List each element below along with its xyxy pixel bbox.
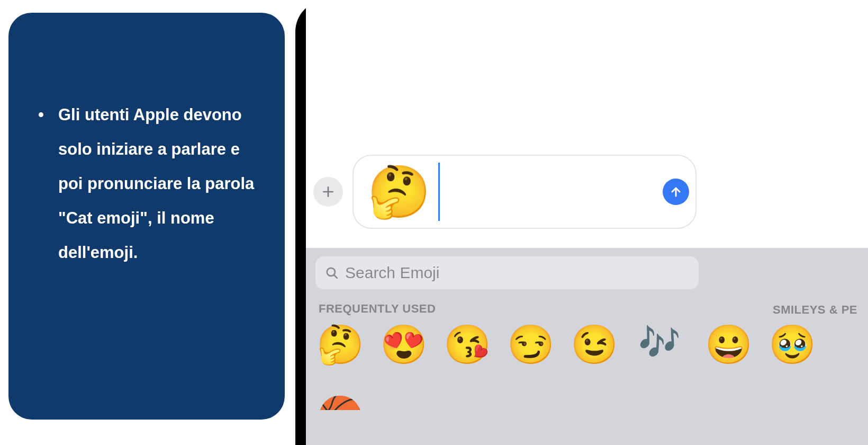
text-cursor [438, 163, 440, 221]
info-card: Gli utenti Apple devono solo iniziare a … [8, 13, 285, 420]
emoji-wink[interactable]: 😉 [571, 325, 618, 363]
emoji-keyboard: Search Emoji FREQUENTLY USED 🤔 😍 😘 😏 😉 🎶… [306, 248, 708, 445]
emoji-grid-smileys: 😀 🥹 [705, 325, 816, 363]
emoji-grinning[interactable]: 😀 [705, 325, 753, 363]
compose-row: 🤔 [306, 147, 708, 236]
emoji-grid-frequent: 🤔 😍 😘 😏 😉 🎶 [315, 325, 699, 363]
emoji-heart-eyes[interactable]: 😍 [380, 325, 428, 363]
emoji-grid-frequent-row2: 🏀 [315, 372, 699, 410]
search-icon [325, 266, 339, 280]
emoji-music-notes[interactable]: 🎶 [634, 325, 681, 363]
svg-line-4 [334, 275, 337, 278]
typed-emoji: 🤔 [367, 166, 431, 217]
info-bullet: Gli utenti Apple devono solo iniziare a … [38, 97, 255, 270]
section-label-smileys: SMILEYS & PE [773, 303, 857, 317]
emoji-basketball[interactable]: 🏀 [317, 397, 364, 410]
phone-screen: 🤔 Search Emoji FREQUENTLY USED [306, 0, 708, 445]
message-area-overflow [704, 0, 868, 248]
emoji-smirk[interactable]: 😏 [507, 325, 555, 363]
send-button[interactable] [663, 179, 689, 205]
emoji-thinking[interactable]: 🤔 [317, 325, 364, 363]
emoji-keyboard-overflow: SMILEYS & PE 😀 🥹 [704, 248, 868, 445]
section-label-frequent: FREQUENTLY USED [319, 302, 436, 316]
plus-icon [321, 185, 335, 199]
arrow-up-icon [670, 185, 682, 198]
emoji-holding-tears[interactable]: 🥹 [768, 325, 816, 363]
add-attachment-button[interactable] [313, 177, 343, 207]
search-placeholder: Search Emoji [345, 264, 439, 282]
emoji-search-input[interactable]: Search Emoji [315, 256, 699, 289]
message-input[interactable]: 🤔 [352, 155, 697, 229]
message-area: 🤔 [306, 0, 708, 248]
emoji-kiss-heart[interactable]: 😘 [444, 325, 491, 363]
